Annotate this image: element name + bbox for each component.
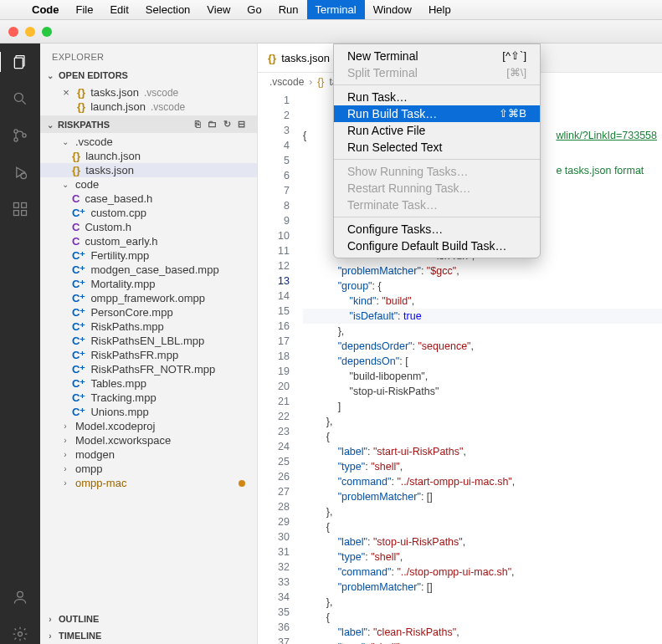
folder-item[interactable]: ›ompp [40,462,257,476]
folder-vscode[interactable]: ⌄.vscode [40,135,257,149]
modified-indicator-icon [239,480,245,487]
macos-menubar: Code File Edit Selection View Go Run Ter… [0,0,662,20]
folder-item[interactable]: ›Model.xcodeproj [40,419,257,433]
file-item[interactable]: C⁺Mortality.mpp [40,277,257,291]
menu-run-build-task[interactable]: Run Build Task…⇧⌘B [334,105,540,122]
open-editors-header[interactable]: ⌄ OPEN EDITORS [40,67,257,84]
close-window-button[interactable] [8,27,18,37]
file-name: Custom.h [85,221,131,233]
folder-name: .vscode [75,135,113,148]
file-item[interactable]: Ccustom_early.h [40,234,257,248]
file-item[interactable]: Ccase_based.h [40,192,257,206]
folder-name: Model.xcworkspace [75,434,171,447]
menu-file[interactable]: File [68,0,102,19]
close-icon[interactable]: × [60,86,72,99]
menu-run-task[interactable]: Run Task… [334,89,540,105]
settings-gear-icon[interactable] [10,624,30,644]
menu-go[interactable]: Go [239,0,269,19]
breadcrumb-item[interactable]: .vscode [269,76,304,88]
extensions-icon[interactable] [10,199,30,219]
menu-app[interactable]: Code [23,0,68,19]
menu-selection[interactable]: Selection [137,0,198,19]
file-item[interactable]: {}tasks.json [40,163,257,177]
folder-name: code [75,178,99,191]
line-gutter: 1234567891011121314151617181920212223242… [258,91,298,644]
mpp-icon: C⁺ [72,320,85,333]
search-icon[interactable] [10,89,30,109]
folder-item[interactable]: ›ompp-mac [40,476,257,490]
file-name: ompp_framework.ompp [90,292,205,304]
refresh-icon[interactable]: ↻ [223,119,231,130]
accounts-icon[interactable] [10,587,30,607]
file-item[interactable]: C⁺RiskPathsFR_NOTR.mpp [40,362,257,376]
svg-rect-10 [14,211,19,216]
menu-window[interactable]: Window [365,0,420,19]
json-icon: {} [77,100,85,113]
menu-terminate: Terminate Task… [334,197,540,213]
menu-show-running: Show Running Tasks… [334,163,540,180]
open-editor-item[interactable]: × {} tasks.json .vscode [40,85,257,100]
file-item[interactable]: CCustom.h [40,220,257,234]
file-item[interactable]: C⁺custom.cpp [40,206,257,220]
file-item[interactable]: C⁺ompp_framework.ompp [40,291,257,305]
new-folder-icon[interactable]: 🗀 [208,119,217,130]
outline-label: OUTLINE [59,614,99,624]
file-path: .vscode [151,101,185,113]
folder-code[interactable]: ⌄code [40,177,257,192]
zoom-window-button[interactable] [42,27,52,37]
new-file-icon[interactable]: ⎘ [195,119,201,130]
mpp-icon: C⁺ [72,377,85,390]
menu-configure-default[interactable]: Configure Default Build Task… [334,238,540,254]
collapse-all-icon[interactable]: ⊟ [238,119,245,130]
menu-help[interactable]: Help [420,0,459,19]
outline-header[interactable]: ›OUTLINE [40,611,257,627]
project-header[interactable]: ⌄ RISKPATHS ⎘ 🗀 ↻ ⊟ [40,115,257,133]
menu-new-terminal[interactable]: New Terminal[^⇧`] [334,48,540,64]
file-item[interactable]: C⁺RiskPaths.mpp [40,319,257,334]
menu-separator [334,159,540,160]
folder-item[interactable]: ›Model.xcworkspace [40,433,257,447]
url-link[interactable]: wlink/?LinkId=733558 [556,130,657,141]
menu-run-selected-text[interactable]: Run Selected Text [334,139,540,156]
json-icon: {} [72,164,80,176]
editor-tab[interactable]: {} tasks.json [258,43,341,72]
file-name: RiskPaths.mpp [90,320,163,333]
menu-separator [334,84,540,85]
chevron-right-icon: › [60,450,70,459]
explorer-icon[interactable] [0,52,39,72]
menu-edit[interactable]: Edit [101,0,136,19]
file-tree: ⌄.vscode {}launch.json {}tasks.json ⌄cod… [40,133,257,611]
chevron-right-icon: › [45,631,55,641]
file-name: RiskPathsFR.mpp [90,349,178,361]
file-name: custom_early.h [85,235,157,248]
run-debug-icon[interactable] [10,162,30,182]
file-item[interactable]: C⁺PersonCore.mpp [40,305,257,319]
open-editors-tree: × {} tasks.json .vscode {} launch.json .… [40,84,257,115]
file-item[interactable]: C⁺Unions.mpp [40,405,257,419]
file-item[interactable]: C⁺RiskPathsEN_LBL.mpp [40,334,257,348]
file-name: tasks.json [85,164,134,176]
menu-view[interactable]: View [198,0,239,19]
mpp-icon: C⁺ [72,263,85,276]
menu-terminal[interactable]: Terminal [307,0,365,19]
timeline-header[interactable]: ›TIMELINE [40,627,257,644]
file-item[interactable]: C⁺Fertility.mpp [40,248,257,263]
minimize-window-button[interactable] [25,27,35,37]
open-editor-item[interactable]: {} launch.json .vscode [40,100,257,114]
mpp-icon: C⁺ [72,292,85,304]
menu-configure-tasks[interactable]: Configure Tasks… [334,221,540,238]
menu-run-active-file[interactable]: Run Active File [334,122,540,139]
source-control-icon[interactable] [10,125,30,146]
file-item[interactable]: C⁺RiskPathsFR.mpp [40,348,257,362]
menu-run[interactable]: Run [270,0,307,19]
traffic-lights [8,27,52,37]
mpp-icon: C⁺ [72,363,85,376]
folder-item[interactable]: ›modgen [40,447,257,462]
file-item[interactable]: C⁺modgen_case_based.mpp [40,263,257,277]
file-item[interactable]: C⁺Tracking.mpp [40,391,257,405]
file-name: PersonCore.mpp [90,306,172,319]
file-item[interactable]: {}launch.json [40,149,257,163]
workspace: EXPLORER ⌄ OPEN EDITORS × {} tasks.json … [0,43,662,644]
file-item[interactable]: C⁺Tables.mpp [40,376,257,391]
file-name: case_based.h [85,192,152,205]
